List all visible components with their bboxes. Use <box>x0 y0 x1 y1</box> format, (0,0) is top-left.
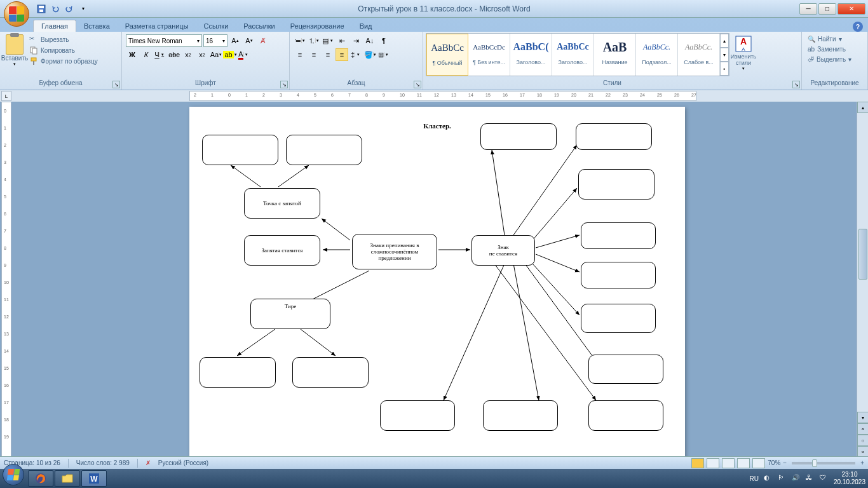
web-view-button[interactable] <box>722 458 735 468</box>
style-subtitle[interactable]: AaBbCc.Подзагол... <box>636 34 678 76</box>
numbering-button[interactable]: ⒈▾ <box>308 34 320 47</box>
replace-button[interactable]: abЗаменить <box>806 44 853 54</box>
language-status[interactable]: Русский (Россия) <box>158 459 208 466</box>
redo-icon[interactable] <box>64 3 75 15</box>
clipboard-launcher-icon[interactable]: ↘ <box>112 81 120 88</box>
gallery-down-button[interactable]: ▾ <box>720 48 729 62</box>
page[interactable]: Кластер. <box>189 107 685 458</box>
help-icon[interactable]: ? <box>853 22 863 32</box>
zoom-thumb[interactable] <box>812 459 817 467</box>
multilevel-button[interactable]: ▤▾ <box>322 34 334 47</box>
tab-home[interactable]: Главная <box>33 20 76 32</box>
maximize-button[interactable]: □ <box>818 3 836 15</box>
style-normal[interactable]: AaBbCc¶ Обычный <box>426 34 468 76</box>
increase-indent-button[interactable]: ⇥ <box>349 34 362 47</box>
gallery-up-button[interactable]: ▴ <box>720 34 729 48</box>
style-no-spacing[interactable]: AaBbCcDc¶ Без инте... <box>468 34 510 76</box>
zoom-in-button[interactable]: + <box>860 459 864 466</box>
gallery-more-button[interactable]: ▪ <box>720 62 729 76</box>
reading-view-button[interactable] <box>707 458 719 468</box>
zoom-out-button[interactable]: − <box>783 459 787 466</box>
paste-button[interactable]: Вставить ▾ <box>3 33 27 78</box>
clear-format-button[interactable]: A̸ <box>257 34 269 47</box>
save-icon[interactable] <box>36 3 47 15</box>
spell-check-icon[interactable]: ✗ <box>146 459 151 466</box>
align-right-button[interactable]: ≡ <box>322 48 334 61</box>
shading-button[interactable]: 🪣▾ <box>363 48 376 61</box>
tray-icon[interactable]: ◐ <box>764 474 773 483</box>
style-heading2[interactable]: AaBbCcЗаголово... <box>552 34 594 76</box>
qat-more-icon[interactable]: ▾ <box>78 3 89 15</box>
tray-volume-icon[interactable]: 🔊 <box>792 474 801 483</box>
office-button[interactable] <box>4 1 32 29</box>
minimize-button[interactable]: ─ <box>799 3 817 15</box>
find-button[interactable]: 🔍Найти ▾ <box>806 34 853 44</box>
highlight-button[interactable]: ab▾ <box>224 48 236 61</box>
scroll-down-button[interactable]: ▾ <box>857 412 868 423</box>
tray-language[interactable]: RU <box>749 475 758 482</box>
tab-mailings[interactable]: Рассылки <box>236 20 282 32</box>
word-count[interactable]: Число слов: 2 989 <box>76 459 130 466</box>
zoom-slider[interactable] <box>792 462 855 464</box>
taskbar-firefox[interactable] <box>28 470 53 487</box>
font-color-button[interactable]: A▾ <box>238 48 250 61</box>
tray-flag-icon[interactable]: 🏳 <box>778 474 787 483</box>
justify-button[interactable]: ≡ <box>336 48 348 61</box>
align-center-button[interactable]: ≡ <box>308 48 320 61</box>
line-spacing-button[interactable]: ‡▾ <box>349 48 362 61</box>
copy-button[interactable]: Копировать <box>28 45 99 55</box>
taskbar-explorer[interactable] <box>55 470 80 487</box>
taskbar-word[interactable]: W <box>81 470 107 487</box>
close-button[interactable]: ✕ <box>837 3 865 15</box>
decrease-indent-button[interactable]: ⇤ <box>336 34 348 47</box>
tab-references[interactable]: Ссылки <box>196 20 236 32</box>
tab-selector[interactable]: L <box>1 91 11 101</box>
zoom-level[interactable]: 70% <box>768 459 780 466</box>
horizontal-ruler[interactable]: 2101234567891011121314151617181920212223… <box>189 91 696 101</box>
font-size-combo[interactable]: 16▾ <box>203 34 227 47</box>
underline-button[interactable]: Ч▾ <box>154 48 166 61</box>
style-heading1[interactable]: AaBbC(Заголово... <box>510 34 552 76</box>
browse-object-button[interactable]: ○ <box>857 435 868 446</box>
style-title[interactable]: АаВНазвание <box>594 34 636 76</box>
cut-button[interactable]: ✂Вырезать <box>28 34 99 44</box>
undo-icon[interactable] <box>50 3 61 15</box>
sort-button[interactable]: A↓ <box>363 34 376 47</box>
bold-button[interactable]: Ж <box>126 48 139 61</box>
vertical-scrollbar[interactable]: ▴ ▾ « ○ » <box>857 102 868 458</box>
align-left-button[interactable]: ≡ <box>294 48 306 61</box>
superscript-button[interactable]: x2 <box>196 48 208 61</box>
font-launcher-icon[interactable]: ↘ <box>280 81 288 88</box>
outline-view-button[interactable] <box>737 458 750 468</box>
style-subtle[interactable]: AaBbCc.Слабое в... <box>678 34 720 76</box>
tab-layout[interactable]: Разметка страницы <box>118 20 196 32</box>
format-painter-button[interactable]: Формат по образцу <box>28 56 99 66</box>
scrollbar-thumb[interactable] <box>858 229 867 280</box>
tray-clock[interactable]: 23:1020.10.2023 <box>834 471 865 486</box>
select-button[interactable]: ⮰Выделить ▾ <box>806 55 853 64</box>
tray-shield-icon[interactable]: 🛡 <box>820 474 829 483</box>
tab-view[interactable]: Вид <box>352 20 380 32</box>
draft-view-button[interactable] <box>752 458 765 468</box>
change-case-button[interactable]: Aa▾ <box>210 48 222 61</box>
font-name-combo[interactable]: Times New Roman▾ <box>126 34 202 47</box>
shrink-font-button[interactable]: A▾ <box>243 34 255 47</box>
tab-review[interactable]: Рецензирование <box>283 20 352 32</box>
vertical-ruler[interactable]: 012345678910111213141516171819 <box>1 102 11 458</box>
scroll-up-button[interactable]: ▴ <box>857 102 868 113</box>
borders-button[interactable]: ⊞▾ <box>377 48 390 61</box>
start-button[interactable] <box>3 464 27 488</box>
paragraph-launcher-icon[interactable]: ↘ <box>414 81 421 88</box>
bullets-button[interactable]: ≔▾ <box>294 34 306 47</box>
show-marks-button[interactable]: ¶ <box>377 34 390 47</box>
grow-font-button[interactable]: A▴ <box>229 34 241 47</box>
strikethrough-button[interactable]: abc <box>168 48 180 61</box>
subscript-button[interactable]: x2 <box>182 48 194 61</box>
print-layout-view-button[interactable] <box>691 458 704 468</box>
italic-button[interactable]: К <box>140 48 153 61</box>
tab-insert[interactable]: Вставка <box>76 20 118 32</box>
change-styles-button[interactable]: AA Изменить стили ▾ <box>729 33 757 78</box>
tray-network-icon[interactable]: 🖧 <box>806 474 815 483</box>
prev-page-button[interactable]: « <box>857 423 868 435</box>
styles-launcher-icon[interactable]: ↘ <box>792 81 800 88</box>
